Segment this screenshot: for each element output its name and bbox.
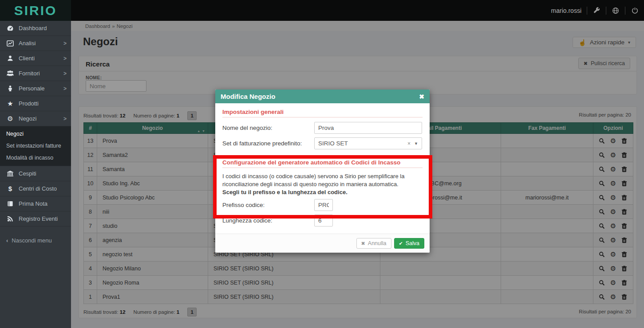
set-fatturazione-select[interactable]: SIRIO SET × ▼ — [314, 137, 422, 149]
chevron-right-icon: > — [63, 55, 67, 62]
modifica-negozio-modal: Modifica Negozio ✖ Impostazioni generali… — [215, 90, 430, 253]
sidebar-item-fornitori[interactable]: Fornitori > — [0, 66, 71, 81]
users-icon — [5, 70, 15, 77]
select-value: SIRIO SET — [318, 140, 407, 147]
description-bold-text: Scegli tu il prefisso e la lunghezza del… — [222, 189, 348, 195]
wrench-icon[interactable] — [593, 7, 601, 15]
submenu-item-set-intestazioni-fatture[interactable]: Set intestazioni fatture — [0, 140, 71, 152]
sidebar: Dashboard Analisi > Clienti > Fornitori … — [0, 21, 71, 328]
person-icon — [5, 85, 15, 92]
x-icon: ✖ — [361, 241, 365, 246]
sidebar-item-analisi[interactable]: Analisi > — [0, 36, 71, 51]
sidebar-item-negozi[interactable]: ⚙ Negozi > — [0, 111, 71, 126]
sidebar-item-label: Prodotti — [19, 100, 67, 107]
logo-text: SIRIO — [14, 4, 57, 17]
star-icon: ★ — [5, 100, 15, 108]
sidebar-item-label: Registro Eventi — [19, 215, 67, 222]
modal-footer: ✖ Annulla ✔ Salva — [215, 234, 430, 253]
top-bar: SIRIO mario.rossi — [0, 0, 644, 21]
prefisso-codice-input[interactable] — [314, 199, 333, 211]
set-fatturazione-label: Set di fatturazione predefinito: — [222, 140, 314, 147]
lunghezza-codice-label: Lunghezza codice: — [222, 217, 314, 224]
sidebar-item-prodotti[interactable]: ★ Prodotti — [0, 96, 71, 111]
close-icon[interactable]: ✖ — [419, 93, 424, 100]
sidebar-item-label: Centri di Costo — [19, 185, 67, 192]
chevron-left-icon: ‹ — [6, 237, 8, 244]
book-icon — [5, 200, 15, 207]
submenu-item-negozi[interactable]: Negozi — [0, 128, 71, 140]
bank-icon — [5, 170, 15, 177]
name-field-label: Nome del negozio: — [222, 125, 314, 131]
divider — [625, 7, 625, 15]
sidebar-item-label: Negozi — [19, 115, 63, 122]
negozi-submenu: Negozi Set intestazioni fatture Modalità… — [0, 126, 71, 166]
rss-icon — [5, 215, 15, 222]
cancel-label: Annulla — [368, 240, 387, 246]
config-description: I codici di incasso (o codice causale) s… — [222, 172, 423, 196]
submenu-item-modalita-di-incasso[interactable]: Modalità di incasso — [0, 152, 71, 164]
user-icon — [5, 55, 15, 62]
sidebar-item-registro-eventi[interactable]: Registro Eventi — [0, 211, 71, 226]
prefisso-codice-label: Prefisso codice: — [222, 202, 314, 208]
sidebar-item-label: Prima Nota — [19, 200, 67, 207]
check-icon: ✔ — [399, 241, 403, 246]
dollar-icon: $ — [5, 185, 15, 192]
sidebar-item-centri-di-costo[interactable]: $ Centri di Costo — [0, 181, 71, 196]
chevron-right-icon: > — [63, 70, 67, 77]
hide-menu-button[interactable]: ‹ Nascondi menu — [0, 233, 71, 248]
sidebar-item-label: Dashboard — [19, 25, 67, 31]
gauge-icon — [5, 25, 15, 32]
sidebar-item-label: Fornitori — [19, 70, 63, 77]
modal-title: Modifica Negozio — [221, 93, 419, 100]
username-label[interactable]: mario.rossi — [551, 7, 581, 14]
chart-icon — [5, 40, 15, 47]
save-button[interactable]: ✔ Salva — [394, 238, 425, 249]
save-label: Salva — [406, 240, 419, 246]
modal-body: Impostazioni generali Nome del negozio: … — [215, 103, 430, 234]
sidebar-item-dashboard[interactable]: Dashboard — [0, 21, 71, 36]
app-logo[interactable]: SIRIO — [0, 0, 71, 21]
sidebar-item-label: Clienti — [19, 55, 63, 62]
modal-header: Modifica Negozio ✖ — [215, 90, 430, 103]
lunghezza-codice-input[interactable] — [314, 215, 333, 226]
gear-icon: ⚙ — [5, 115, 15, 123]
globe-icon[interactable] — [612, 7, 620, 15]
chevron-right-icon: > — [63, 86, 67, 92]
sidebar-item-label: Personale — [19, 85, 63, 92]
description-text: I codici di incasso (o codice causale) s… — [222, 173, 404, 187]
sidebar-item-personale[interactable]: Personale > — [0, 81, 71, 96]
caret-down-icon: ▼ — [414, 141, 418, 146]
clear-select-icon[interactable]: × — [407, 141, 411, 147]
divider — [606, 7, 606, 15]
chevron-right-icon: > — [63, 40, 67, 47]
hide-menu-label: Nascondi menu — [12, 237, 51, 244]
sidebar-item-label: Cespiti — [19, 170, 67, 177]
sidebar-item-clienti[interactable]: Clienti > — [0, 51, 71, 66]
sidebar-item-prima-nota[interactable]: Prima Nota — [0, 196, 71, 211]
negozio-name-input[interactable] — [314, 122, 422, 134]
divider — [587, 7, 587, 15]
chevron-right-icon: > — [63, 116, 67, 122]
sidebar-item-cespiti[interactable]: Cespiti — [0, 166, 71, 181]
cancel-button[interactable]: ✖ Annulla — [356, 238, 391, 249]
sidebar-item-label: Analisi — [19, 40, 63, 47]
section-impostazioni-generali: Impostazioni generali — [222, 109, 423, 117]
section-configurazione-codici: Configurazione del generatore automatico… — [222, 159, 423, 168]
power-icon[interactable] — [631, 7, 639, 15]
